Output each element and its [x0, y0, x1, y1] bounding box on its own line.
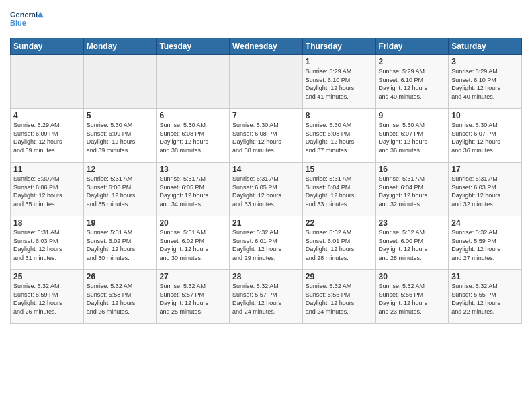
day-number: 6: [159, 111, 226, 120]
day-number: 12: [87, 165, 154, 174]
calendar-cell: 30Sunrise: 5:32 AMSunset: 5:56 PMDayligh…: [375, 270, 449, 324]
header-wednesday: Wednesday: [230, 38, 303, 55]
calendar-header: SundayMondayTuesdayWednesdayThursdayFrid…: [11, 38, 522, 55]
day-info: Sunrise: 5:31 AMSunset: 6:05 PMDaylight:…: [159, 175, 226, 208]
day-number: 21: [232, 218, 300, 228]
week-row-4: 18Sunrise: 5:31 AMSunset: 6:03 PMDayligh…: [11, 216, 522, 270]
svg-marker-2: [37, 12, 44, 18]
calendar-cell: 24Sunrise: 5:32 AMSunset: 5:59 PMDayligh…: [449, 216, 522, 270]
day-info: Sunrise: 5:32 AMSunset: 6:01 PMDaylight:…: [306, 228, 373, 262]
calendar-cell: 26Sunrise: 5:32 AMSunset: 5:58 PMDayligh…: [83, 270, 157, 324]
calendar: SundayMondayTuesdayWednesdayThursdayFrid…: [10, 38, 522, 324]
calendar-cell: 19Sunrise: 5:31 AMSunset: 6:02 PMDayligh…: [83, 216, 157, 270]
day-info: Sunrise: 5:31 AMSunset: 6:02 PMDaylight:…: [159, 228, 226, 262]
calendar-cell: 14Sunrise: 5:31 AMSunset: 6:05 PMDayligh…: [230, 163, 303, 216]
day-info: Sunrise: 5:32 AMSunset: 5:57 PMDaylight:…: [159, 282, 226, 316]
week-row-1: 1Sunrise: 5:29 AMSunset: 6:10 PMDaylight…: [11, 55, 522, 109]
day-info: Sunrise: 5:31 AMSunset: 6:03 PMDaylight:…: [13, 228, 81, 262]
day-number: 30: [379, 272, 446, 281]
calendar-cell: [83, 55, 157, 109]
day-number: 11: [13, 165, 81, 174]
calendar-cell: 29Sunrise: 5:32 AMSunset: 5:56 PMDayligh…: [302, 270, 375, 324]
header-monday: Monday: [83, 38, 157, 55]
calendar-cell: 4Sunrise: 5:29 AMSunset: 6:09 PMDaylight…: [11, 109, 84, 163]
calendar-cell: [11, 55, 84, 109]
day-number: 15: [306, 165, 373, 174]
calendar-cell: 17Sunrise: 5:31 AMSunset: 6:03 PMDayligh…: [449, 163, 522, 216]
header-friday: Friday: [375, 38, 449, 55]
day-number: 20: [159, 218, 226, 228]
calendar-cell: 20Sunrise: 5:31 AMSunset: 6:02 PMDayligh…: [157, 216, 230, 270]
day-info: Sunrise: 5:31 AMSunset: 6:03 PMDaylight:…: [451, 175, 519, 208]
calendar-cell: 18Sunrise: 5:31 AMSunset: 6:03 PMDayligh…: [11, 216, 84, 270]
calendar-cell: 8Sunrise: 5:30 AMSunset: 6:08 PMDaylight…: [302, 109, 375, 163]
day-number: 4: [13, 111, 81, 120]
calendar-cell: 6Sunrise: 5:30 AMSunset: 6:08 PMDaylight…: [157, 109, 230, 163]
day-info: Sunrise: 5:30 AMSunset: 6:08 PMDaylight:…: [159, 121, 226, 154]
day-number: 31: [451, 272, 519, 281]
day-info: Sunrise: 5:31 AMSunset: 6:04 PMDaylight:…: [306, 175, 373, 208]
day-info: Sunrise: 5:30 AMSunset: 6:08 PMDaylight:…: [306, 121, 373, 154]
day-info: Sunrise: 5:32 AMSunset: 5:55 PMDaylight:…: [451, 282, 519, 316]
calendar-cell: [230, 55, 303, 109]
header-sunday: Sunday: [11, 38, 84, 55]
day-number: 24: [451, 218, 519, 228]
day-info: Sunrise: 5:31 AMSunset: 6:04 PMDaylight:…: [379, 175, 446, 208]
day-info: Sunrise: 5:30 AMSunset: 6:07 PMDaylight:…: [451, 121, 519, 154]
day-info: Sunrise: 5:30 AMSunset: 6:06 PMDaylight:…: [13, 175, 81, 208]
calendar-cell: 3Sunrise: 5:29 AMSunset: 6:10 PMDaylight…: [449, 55, 522, 109]
days-header-row: SundayMondayTuesdayWednesdayThursdayFrid…: [11, 38, 522, 55]
day-info: Sunrise: 5:32 AMSunset: 5:56 PMDaylight:…: [306, 282, 373, 316]
day-number: 18: [13, 218, 81, 228]
calendar-cell: 5Sunrise: 5:30 AMSunset: 6:09 PMDaylight…: [83, 109, 157, 163]
logo: General Blue: [10, 7, 44, 32]
day-info: Sunrise: 5:30 AMSunset: 6:08 PMDaylight:…: [232, 121, 300, 154]
week-row-3: 11Sunrise: 5:30 AMSunset: 6:06 PMDayligh…: [11, 163, 522, 216]
svg-text:Blue: Blue: [10, 19, 26, 27]
day-number: 19: [87, 218, 154, 228]
calendar-cell: 25Sunrise: 5:32 AMSunset: 5:59 PMDayligh…: [11, 270, 84, 324]
calendar-cell: 13Sunrise: 5:31 AMSunset: 6:05 PMDayligh…: [157, 163, 230, 216]
day-info: Sunrise: 5:29 AMSunset: 6:10 PMDaylight:…: [451, 67, 519, 101]
day-info: Sunrise: 5:31 AMSunset: 6:02 PMDaylight:…: [87, 228, 154, 262]
day-info: Sunrise: 5:29 AMSunset: 6:10 PMDaylight:…: [379, 67, 446, 101]
day-number: 16: [379, 165, 446, 174]
calendar-cell: [157, 55, 230, 109]
header-saturday: Saturday: [449, 38, 522, 55]
header-thursday: Thursday: [302, 38, 375, 55]
day-info: Sunrise: 5:32 AMSunset: 5:59 PMDaylight:…: [13, 282, 81, 316]
calendar-cell: 10Sunrise: 5:30 AMSunset: 6:07 PMDayligh…: [449, 109, 522, 163]
calendar-cell: 11Sunrise: 5:30 AMSunset: 6:06 PMDayligh…: [11, 163, 84, 216]
day-info: Sunrise: 5:29 AMSunset: 6:10 PMDaylight:…: [306, 67, 373, 101]
day-info: Sunrise: 5:32 AMSunset: 6:00 PMDaylight:…: [379, 228, 446, 262]
day-number: 22: [306, 218, 373, 228]
calendar-cell: 31Sunrise: 5:32 AMSunset: 5:55 PMDayligh…: [449, 270, 522, 324]
day-info: Sunrise: 5:31 AMSunset: 6:06 PMDaylight:…: [87, 175, 154, 208]
day-info: Sunrise: 5:32 AMSunset: 5:59 PMDaylight:…: [451, 228, 519, 262]
calendar-cell: 2Sunrise: 5:29 AMSunset: 6:10 PMDaylight…: [375, 55, 449, 109]
logo-svg: General Blue: [10, 7, 44, 32]
header-tuesday: Tuesday: [157, 38, 230, 55]
calendar-body: 1Sunrise: 5:29 AMSunset: 6:10 PMDaylight…: [11, 55, 522, 324]
calendar-cell: 21Sunrise: 5:32 AMSunset: 6:01 PMDayligh…: [230, 216, 303, 270]
day-number: 17: [451, 165, 519, 174]
header: General Blue: [10, 7, 522, 32]
week-row-2: 4Sunrise: 5:29 AMSunset: 6:09 PMDaylight…: [11, 109, 522, 163]
calendar-cell: 9Sunrise: 5:30 AMSunset: 6:07 PMDaylight…: [375, 109, 449, 163]
page: General Blue SundayMondayTuesdayWednesda…: [0, 0, 532, 411]
day-number: 1: [306, 57, 373, 66]
day-number: 9: [379, 111, 446, 120]
svg-text:General: General: [10, 11, 38, 19]
day-info: Sunrise: 5:32 AMSunset: 5:57 PMDaylight:…: [232, 282, 300, 316]
calendar-cell: 16Sunrise: 5:31 AMSunset: 6:04 PMDayligh…: [375, 163, 449, 216]
day-number: 29: [306, 272, 373, 281]
day-info: Sunrise: 5:30 AMSunset: 6:09 PMDaylight:…: [87, 121, 154, 154]
calendar-cell: 28Sunrise: 5:32 AMSunset: 5:57 PMDayligh…: [230, 270, 303, 324]
day-number: 8: [306, 111, 373, 120]
calendar-cell: 12Sunrise: 5:31 AMSunset: 6:06 PMDayligh…: [83, 163, 157, 216]
day-info: Sunrise: 5:29 AMSunset: 6:09 PMDaylight:…: [13, 121, 81, 154]
day-info: Sunrise: 5:32 AMSunset: 5:58 PMDaylight:…: [87, 282, 154, 316]
day-number: 13: [159, 165, 226, 174]
day-number: 2: [379, 57, 446, 66]
calendar-cell: 22Sunrise: 5:32 AMSunset: 6:01 PMDayligh…: [302, 216, 375, 270]
